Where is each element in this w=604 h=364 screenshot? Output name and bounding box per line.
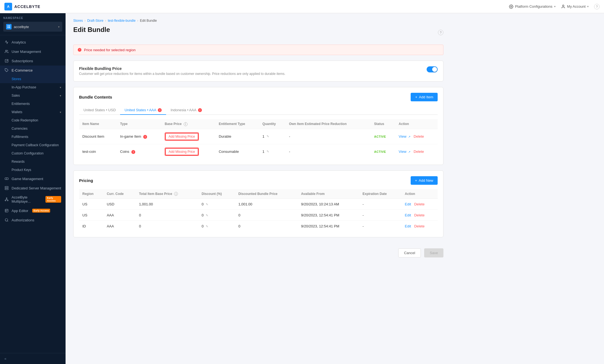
pricing-row: US USD 1,001.00 0 ✎ 1,001.00 9/20/2023, … [79,199,438,210]
quantity-1: 1 ✎ [259,129,286,144]
sidebar-item-authorizations[interactable]: Authorizations [0,215,66,225]
pricing-card: Pricing + Add New Region Curr. Code Tota… [73,170,443,238]
sidebar-subitem-in-app-purchase[interactable]: In-App Purchase ▾ [0,83,66,91]
sidebar-item-game-management[interactable]: Game Management [0,174,66,183]
sidebar-subitem-code-redemption[interactable]: Code Redemption [0,116,66,124]
pricing-discount-3: 0 ✎ [198,221,235,232]
sidebar-item-analytics[interactable]: Analytics [0,37,66,47]
pricing-delete-link-3[interactable]: Delete [414,224,425,228]
status-1: ACTIVE [371,129,395,144]
sidebar-subitem-rewards[interactable]: Rewards [0,157,66,166]
delete-link-2[interactable]: Delete [414,150,424,154]
sidebar-item-ecommerce[interactable]: E-Commerce [0,66,66,75]
bundle-tabs: United States • USD United States • AAA … [79,106,438,115]
platform-config-menu[interactable]: Platform Configurations ▾ [509,4,556,9]
table-row: test-coin Coins ! Add Missing Price Cons… [79,144,438,159]
col-base-price: Base Price i [161,119,215,129]
view-link-1[interactable]: View ↗ [399,134,411,138]
sidebar-subitem-custom-config[interactable]: Custom Configuration [0,149,66,157]
col-entitlement-type: Entitlement Type [215,119,259,129]
col-item-name: Item Name [79,119,117,129]
my-account-menu[interactable]: My Account ▾ [561,4,589,9]
pricing-region-1: US [79,199,104,210]
delete-link-1[interactable]: Delete [414,134,424,138]
tab-us-usd-label: United States • USD [83,108,116,112]
pricing-edit-link-2[interactable]: Edit [405,213,411,217]
flexible-bundling-toggle[interactable] [427,66,438,72]
breadcrumb: Stores › Draft-Store › test-flexible-bun… [73,19,443,23]
pricing-expire-3: - [359,221,402,232]
breadcrumb-test-flexible-bundle[interactable]: test-flexible-bundle [108,19,136,23]
sidebar-item-subscriptions[interactable]: Subscriptions [0,56,66,66]
base-price-info-icon[interactable]: i [184,122,188,126]
pricing-region-3: ID [79,221,104,232]
col-quantity: Quantity [259,119,286,129]
namespace-icon [6,24,12,29]
col-status: Status [371,119,395,129]
add-missing-price-btn-1[interactable]: Add Missing Price [165,133,198,140]
discount-edit-1[interactable]: ✎ [206,203,208,206]
discount-edit-2[interactable]: ✎ [206,214,208,217]
sidebar-subitem-entitlements[interactable]: Entitlements [0,100,66,108]
add-new-button[interactable]: + Add New [411,176,438,185]
sidebar-collapse-button[interactable]: « [0,353,66,364]
view-link-2[interactable]: View ↗ [399,150,411,154]
page-help-icon[interactable]: ? [438,30,443,35]
subscriptions-label: Subscriptions [12,59,33,63]
total-base-price-info-icon[interactable]: i [174,192,178,196]
chart-icon [4,40,9,44]
pricing-delete-link-1[interactable]: Delete [414,202,425,206]
sidebar-subitem-fulfillments[interactable]: Fulfillments [0,133,66,141]
sidebar-subitem-stores[interactable]: Stores [0,75,66,83]
discount-edit-3[interactable]: ✎ [206,225,208,228]
add-missing-price-btn-2[interactable]: Add Missing Price [165,148,198,155]
grid-icon [7,25,10,28]
namespace-name: accelbyte [14,25,29,29]
breadcrumb-stores[interactable]: Stores [73,19,83,23]
sidebar-item-accelbyte-multiplayer[interactable]: AccelByte Multiplaye... Early Access [0,193,66,206]
pricing-discount-1: 0 ✎ [198,199,235,210]
quantity-edit-icon-2[interactable]: ✎ [267,150,269,153]
entitlement-type-2: Consumable [215,144,259,159]
action-2: View ↗ Delete [396,144,438,159]
analytics-label: Analytics [12,40,26,44]
pricing-edit-link-3[interactable]: Edit [405,224,411,228]
tab-us-usd[interactable]: United States • USD [79,106,120,115]
pricing-total-base-1: 1,001.00 [136,199,198,210]
add-item-button[interactable]: + Add Item [411,93,438,101]
quantity-edit-icon-1[interactable]: ✎ [267,135,269,138]
sidebar-item-app-editor[interactable]: App Editor Early Access [0,206,66,215]
user-mgmt-icon [4,49,9,54]
cancel-button[interactable]: Cancel [398,248,421,257]
key-icon [4,218,9,222]
pricing-total-base-2: 0 [136,210,198,221]
pricing-delete-link-2[interactable]: Delete [414,213,425,217]
pricing-edit-link-1[interactable]: Edit [405,202,411,206]
bundle-contents-table: Item Name Type Base Price i Entitlement … [79,119,438,159]
alert-message: Price needed for selected region [84,48,136,52]
sidebar-subitem-currencies[interactable]: Currencies [0,124,66,133]
svg-point-18 [5,219,8,221]
tab-id-aaa[interactable]: Indonesia • AAA ! [166,106,206,115]
tab-us-aaa-warn: ! [158,108,162,112]
save-button[interactable]: Save [424,248,443,257]
user-icon [561,4,565,9]
sidebar-subitem-wallets[interactable]: Wallets ▾ [0,108,66,116]
pricing-title: Pricing [79,178,93,183]
flexible-bundling-card: Flexible Bundling Price Customer will ge… [73,61,443,82]
status-2: ACTIVE [371,144,395,159]
sidebar-item-user-management[interactable]: User Management [0,47,66,56]
sidebar-subitem-sales[interactable]: Sales ▾ [0,91,66,100]
sidebar-subitem-payment-callback[interactable]: Payment Callback Configuration [0,141,66,149]
sidebar-item-dedicated-server[interactable]: Dedicated Server Management [0,183,66,193]
tab-us-aaa[interactable]: United States • AAA ! [120,106,166,115]
navbar-help-icon[interactable]: ? [594,4,600,9]
quantity-2: 1 ✎ [259,144,286,159]
logo-text: ACCELBYTE [14,4,40,9]
pricing-col-total-base: Total Item Base Price i [136,189,198,199]
svg-rect-11 [5,188,8,190]
breadcrumb-draft-store[interactable]: Draft-Store [87,19,104,23]
navbar-left: A ACCELBYTE [4,3,40,10]
sidebar-subitem-product-keys[interactable]: Product Keys [0,166,66,174]
namespace-selector[interactable]: accelbyte ▾ [3,22,62,32]
